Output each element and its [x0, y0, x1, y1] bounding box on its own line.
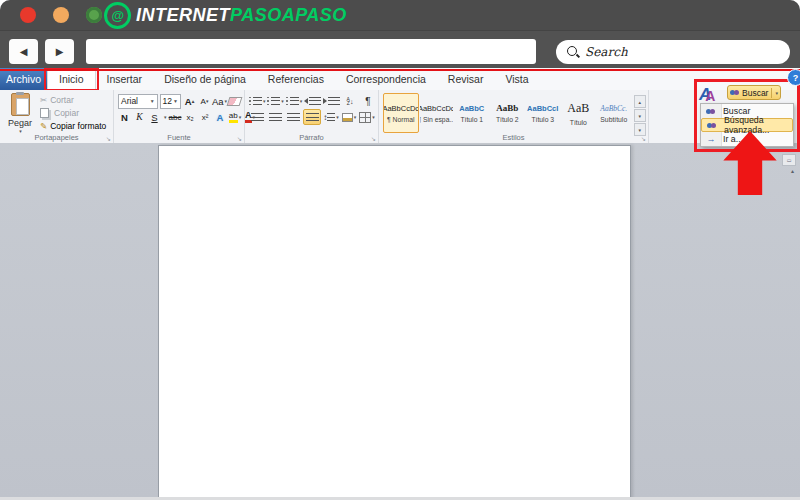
scrollbar-up-icon[interactable]: ▴ [791, 167, 794, 174]
binoculars-icon [730, 89, 740, 96]
superscript-button[interactable]: x² [199, 110, 212, 124]
style-sin-espaciado[interactable]: AaBbCcDc¶ Sin espa... [419, 93, 455, 133]
close-window-icon[interactable] [20, 7, 36, 23]
tab-insertar[interactable]: Insertar [96, 68, 154, 90]
borders-button[interactable]: ▾ [359, 110, 375, 124]
group-fuente: Arial▼ 12▼ A▴ A▾ Aa▾ N K S ▾ abc x₂ x² A… [114, 90, 245, 143]
align-left-icon [251, 113, 264, 122]
cut-button[interactable]: ✂ Cortar [40, 94, 106, 106]
minimize-window-icon[interactable] [53, 7, 69, 23]
numbering-button[interactable]: ▾ [267, 94, 283, 108]
justify-icon [306, 113, 319, 122]
align-center-button[interactable] [267, 110, 283, 124]
styles-scroll-up-icon[interactable]: ▴ [634, 95, 646, 108]
justify-button[interactable] [303, 109, 321, 125]
text-highlight-button[interactable]: ab▾ [229, 110, 242, 124]
grow-font-button[interactable]: A▴ [183, 94, 196, 108]
borders-icon [359, 112, 371, 123]
show-marks-button[interactable]: ¶ [360, 94, 376, 108]
italic-button[interactable]: K [133, 110, 146, 124]
align-left-button[interactable] [249, 110, 265, 124]
subscript-button[interactable]: x₂ [184, 110, 197, 124]
group-portapapeles: Pegar ▾ ✂ Cortar Copiar ✎ Copiar formato… [0, 90, 114, 143]
multilevel-list-button[interactable]: ▾ [286, 94, 302, 108]
address-bar[interactable] [86, 39, 536, 64]
tab-diseno-de-pagina[interactable]: Diseño de página [153, 68, 257, 90]
shading-button[interactable]: ▾ [341, 110, 357, 124]
search-icon [567, 46, 580, 59]
style-titulo-2[interactable]: AaBbTítulo 2 [490, 93, 526, 133]
indent-icon [323, 98, 327, 104]
multilevel-list-icon [286, 97, 299, 106]
help-button[interactable]: ? [787, 69, 800, 86]
group-label-fuente: Fuente [114, 133, 244, 142]
bullet-list-icon [249, 97, 262, 106]
font-family-select[interactable]: Arial▼ [118, 94, 158, 109]
portapapeles-dialog-launcher-icon[interactable]: ↘ [106, 135, 111, 142]
tab-archivo[interactable]: Archivo [0, 68, 47, 90]
styles-scroll-down-icon[interactable]: ▾ [634, 109, 646, 122]
document-page[interactable] [158, 145, 631, 500]
search-placeholder: Search [585, 45, 628, 59]
style-titulo-1[interactable]: AaBbCTítulo 1 [454, 93, 490, 133]
bullets-button[interactable]: ▾ [249, 94, 265, 108]
line-spacing-button[interactable]: ↕▾ [323, 110, 339, 124]
align-right-button[interactable] [285, 110, 301, 124]
format-painter-button[interactable]: ✎ Copiar formato [40, 120, 106, 132]
underline-dropdown-icon[interactable]: ▾ [164, 114, 167, 120]
estilos-dialog-launcher-icon[interactable]: ↘ [641, 135, 646, 142]
numbered-list-icon [267, 97, 280, 106]
font-size-select[interactable]: 12▼ [160, 94, 181, 109]
back-icon: ◀ [20, 46, 28, 57]
app-window: @ INTERNETPASOAPASO ◀ ▶ Search Archivo I… [0, 0, 800, 500]
underline-button[interactable]: S [148, 110, 161, 124]
split-divider [771, 88, 772, 98]
search-input[interactable]: Search [556, 40, 790, 64]
increase-indent-button[interactable] [323, 94, 340, 108]
window-titlebar: @ INTERNETPASOAPASO [0, 0, 800, 30]
bold-button[interactable]: N [118, 110, 131, 124]
parrafo-dialog-launcher-icon[interactable]: ↘ [371, 135, 376, 142]
eraser-icon [227, 97, 243, 106]
document-area [0, 143, 800, 500]
group-label-portapapeles: Portapapeles [0, 133, 113, 142]
tab-correspondencia[interactable]: Correspondencia [335, 68, 437, 90]
back-button[interactable]: ◀ [9, 39, 38, 64]
decrease-indent-button[interactable] [304, 94, 321, 108]
maximize-window-icon[interactable] [86, 7, 102, 23]
strikethrough-button[interactable]: abc [169, 110, 182, 124]
browser-toolbar: ◀ ▶ Search [0, 30, 800, 69]
tab-vista[interactable]: Vista [494, 68, 539, 90]
style-normal[interactable]: AaBbCcDc¶ Normal [383, 93, 419, 133]
group-parrafo: ▾ ▾ ▾ AZ↓ ¶ ↕▾ ▾ ▾ Párrafo ↘ [245, 90, 379, 143]
buscar-dropdown-icon[interactable]: ▾ [775, 90, 778, 96]
forward-icon: ▶ [56, 46, 64, 57]
forward-button[interactable]: ▶ [45, 39, 74, 64]
align-center-icon [269, 113, 282, 122]
outdent-icon [304, 98, 308, 104]
buscar-split-button[interactable]: Buscar ▾ [727, 85, 781, 100]
change-case-button[interactable]: Aa▾ [213, 94, 226, 108]
clipboard-icon [11, 93, 30, 116]
group-estilos: AaBbCcDc¶ Normal AaBbCcDc¶ Sin espa... A… [379, 90, 649, 143]
sort-button[interactable]: AZ↓ [342, 94, 358, 108]
shrink-font-button[interactable]: A▾ [198, 94, 211, 108]
text-effects-button[interactable]: A [214, 110, 227, 124]
tab-inicio[interactable]: Inicio [47, 68, 96, 90]
find-large-button[interactable]: A A [699, 85, 715, 105]
goto-arrow-icon: → [706, 134, 716, 144]
paint-bucket-icon [342, 113, 353, 122]
clear-formatting-button[interactable] [228, 94, 241, 108]
ruler-toggle-button[interactable]: ▭ [782, 154, 796, 166]
tab-revisar[interactable]: Revisar [437, 68, 495, 90]
ribbon: Pegar ▾ ✂ Cortar Copiar ✎ Copiar formato… [0, 90, 800, 144]
style-titulo-3[interactable]: AaBbCcITítulo 3 [525, 93, 561, 133]
copy-button[interactable]: Copiar [40, 107, 106, 119]
style-subtitulo[interactable]: AaBbCc.Subtítulo [596, 93, 632, 133]
style-titulo[interactable]: AaBTítulo [561, 93, 597, 133]
fuente-dialog-launcher-icon[interactable]: ↘ [237, 135, 242, 142]
group-label-parrafo: Párrafo [245, 133, 378, 142]
annotation-line [0, 69, 800, 71]
menu-item-busqueda-avanzada[interactable]: Búsqueda avanzada... [701, 118, 793, 132]
tab-referencias[interactable]: Referencias [257, 68, 335, 90]
